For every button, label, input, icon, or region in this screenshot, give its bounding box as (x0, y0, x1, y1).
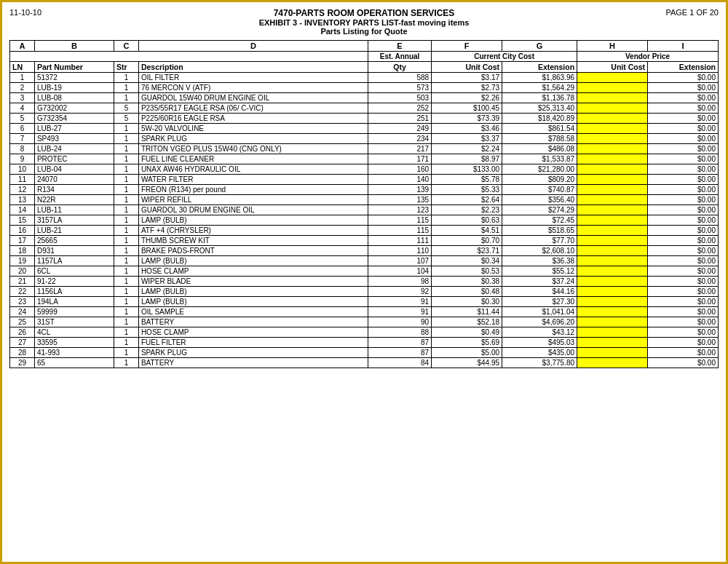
part-cell: R134 (34, 185, 114, 195)
qty-cell: 171 (368, 154, 431, 164)
unit-cost-cell: $100.45 (432, 103, 502, 114)
ext-cell: $77.70 (502, 236, 577, 246)
str-cell: 1 (114, 307, 138, 317)
vendor-ext-cell: $0.00 (647, 73, 718, 83)
vendor-ext-cell: $0.00 (647, 114, 718, 124)
desc-cell: HOSE CLAMP (138, 266, 368, 277)
ln-cell: 24 (10, 307, 35, 317)
str-cell: 1 (114, 348, 138, 358)
ext-cell: $861.54 (502, 124, 577, 134)
vendor-unit-cell (577, 358, 648, 368)
desc-cell: ATF +4 (CHRYSLER) (138, 226, 368, 236)
str-cell: 1 (114, 144, 138, 154)
title-parts: Parts Listing for Quote (9, 27, 719, 36)
vendor-ext-cell: $0.00 (647, 338, 718, 348)
ext-cell: $495.03 (502, 338, 577, 348)
vendor-ext-cell: $0.00 (647, 246, 718, 256)
table-row: 8LUB-241TRITON VGEO PLUS 15W40 (CNG ONLY… (10, 144, 719, 154)
str-cell: 1 (114, 226, 138, 236)
table-row: 3LUB-081GUARDOL 15W40 DRUM ENGINE OIL503… (10, 93, 719, 103)
vendor-ext-cell: $0.00 (647, 144, 718, 154)
str-cell: 1 (114, 164, 138, 175)
str-cell: 1 (114, 154, 138, 164)
vendor-ext-cell: $0.00 (647, 297, 718, 307)
part-cell: 194LA (34, 297, 114, 307)
vendor-ext-cell: $0.00 (647, 93, 718, 103)
part-cell: G732354 (34, 114, 114, 124)
desc-cell: BATTERY (138, 358, 368, 368)
vendor-ext-cell: $0.00 (647, 175, 718, 185)
desc-cell: FUEL LINE CLEANER (138, 154, 368, 164)
unit-cost-cell: $11.44 (432, 307, 502, 317)
str-cell: 1 (114, 338, 138, 348)
vendor-ext-cell: $0.00 (647, 195, 718, 205)
col-e-header: E (368, 41, 431, 52)
table-row: 11240701WATER FILTER140$5.78$809.20$0.00 (10, 175, 719, 185)
part-cell: LUB-11 (34, 205, 114, 215)
vendor-extension-col-header: Extension (647, 62, 718, 73)
header-page: PAGE 1 OF 20 (665, 8, 719, 17)
qty-cell: 87 (368, 348, 431, 358)
ext-cell: $1,564.29 (502, 83, 577, 93)
vendor-ext-cell: $0.00 (647, 327, 718, 338)
vendor-unit-cost-col-header: Unit Cost (577, 62, 648, 73)
current-city-cost-header: Current City Cost (432, 52, 577, 62)
desc-col-header: Description (138, 62, 368, 73)
table-row: 6LUB-2715W-20 VALVOLINE249$3.46$861.54$0… (10, 124, 719, 134)
unit-cost-cell: $23.71 (432, 246, 502, 256)
ln-cell: 21 (10, 277, 35, 287)
unit-cost-cell: $2.23 (432, 205, 502, 215)
vendor-price-header: Vendor Price (577, 52, 719, 62)
desc-cell: OIL FILTER (138, 73, 368, 83)
vendor-unit-cell (577, 317, 648, 327)
vendor-ext-cell: $0.00 (647, 287, 718, 297)
desc-cell: GUARDOL 15W40 DRUM ENGINE OIL (138, 93, 368, 103)
qty-cell: 123 (368, 205, 431, 215)
part-cell: LUB-24 (34, 144, 114, 154)
ln-cell: 18 (10, 246, 35, 256)
vendor-unit-cell (577, 195, 648, 205)
table-row: 153157LA1LAMP (BULB)115$0.63$72.45$0.00 (10, 215, 719, 226)
unit-cost-cell: $44.95 (432, 358, 502, 368)
qty-cell: 135 (368, 195, 431, 205)
qty-cell: 115 (368, 215, 431, 226)
part-cell: 41-993 (34, 348, 114, 358)
str-cell: 1 (114, 93, 138, 103)
desc-cell: WATER FILTER (138, 175, 368, 185)
str-cell: 1 (114, 83, 138, 93)
vendor-unit-cell (577, 164, 648, 175)
vendor-unit-cell (577, 215, 648, 226)
ln-cell: 15 (10, 215, 35, 226)
qty-cell: 110 (368, 246, 431, 256)
vendor-unit-cell (577, 226, 648, 236)
ext-cell: $27.30 (502, 297, 577, 307)
table-row: 206CL1HOSE CLAMP104$0.53$55.12$0.00 (10, 266, 719, 277)
desc-cell: FUEL FILTER (138, 338, 368, 348)
part-cell: LUB-19 (34, 83, 114, 93)
part-cell: 33595 (34, 338, 114, 348)
table-row: 2191-221WIPER BLADE98$0.38$37.24$0.00 (10, 277, 719, 287)
table-row: 2531ST1BATTERY90$52.18$4,696.20$0.00 (10, 317, 719, 327)
unit-cost-cell: $0.53 (432, 266, 502, 277)
table-row: 27335951FUEL FILTER87$5.69$495.03$0.00 (10, 338, 719, 348)
ln-cell: 1 (10, 73, 35, 83)
col-c-header: C (114, 41, 138, 52)
part-cell: 3157LA (34, 215, 114, 226)
vendor-ext-cell: $0.00 (647, 266, 718, 277)
unit-cost-cell: $2.64 (432, 195, 502, 205)
ln-cell: 19 (10, 256, 35, 266)
ext-cell: $356.40 (502, 195, 577, 205)
ext-cell: $1,041.04 (502, 307, 577, 317)
vendor-unit-cell (577, 124, 648, 134)
str-cell: 1 (114, 277, 138, 287)
str-cell: 1 (114, 236, 138, 246)
ln-cell: 7 (10, 134, 35, 144)
ln-cell: 25 (10, 317, 35, 327)
qty-cell: 251 (368, 114, 431, 124)
vendor-unit-cell (577, 83, 648, 93)
desc-cell: SPARK PLUG (138, 348, 368, 358)
qty-cell: 90 (368, 317, 431, 327)
part-cell: 4CL (34, 327, 114, 338)
ext-cell: $274.29 (502, 205, 577, 215)
vendor-ext-cell: $0.00 (647, 215, 718, 226)
